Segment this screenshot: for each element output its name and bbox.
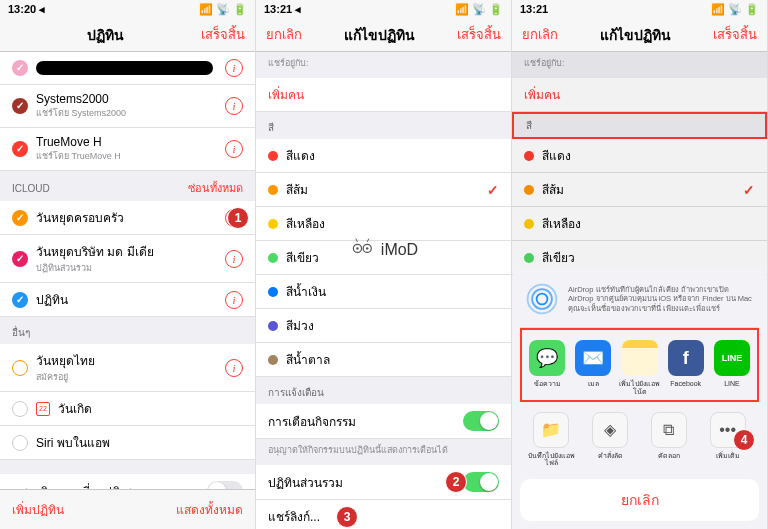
calendar-row[interactable]: วันหยุดครอบครัว i 1 <box>0 201 255 235</box>
edit-content-dimmed: แชร์อยู่กับ: เพิ่มคน สี สีแดง สีส้ม✓ สีเ… <box>512 52 767 529</box>
calendar-sub: แชร์โดย Systems2000 <box>36 106 217 120</box>
nav-bar: ปฏิทิน เสร็จสิ้น <box>0 18 255 52</box>
checkbox-unchecked-icon[interactable] <box>12 435 28 451</box>
status-indicators: 📶 📡 🔋 <box>199 3 247 16</box>
calendar-row[interactable]: 22 วันเกิด <box>0 392 255 426</box>
color-label: สีเขียว <box>542 248 575 267</box>
info-icon[interactable]: i <box>225 140 243 158</box>
info-icon[interactable]: i <box>225 359 243 377</box>
hide-all-button[interactable]: ซ่อนทั้งหมด <box>188 179 243 197</box>
status-bar: 13:20 ◂ 📶 📡 🔋 <box>0 0 255 18</box>
cancel-button[interactable]: ยกเลิก <box>266 24 302 45</box>
calendar-row[interactable]: Systems2000แชร์โดย Systems2000 i <box>0 85 255 128</box>
color-swatch-icon <box>524 253 534 263</box>
app-label: Facebook <box>670 380 701 388</box>
calendar-name: วันเกิด <box>58 399 243 418</box>
calendar-name: วันหยุดบริษัท มด มีเดีย <box>36 242 217 261</box>
done-button[interactable]: เสร็จสิ้น <box>713 24 757 45</box>
share-app-line[interactable]: LINELINE <box>709 340 755 395</box>
done-button[interactable]: เสร็จสิ้น <box>201 24 245 45</box>
airdrop-section[interactable]: AirDrop แชร์ทันทีกับผู้คนใกล้เคียง ถ้าพว… <box>520 275 759 328</box>
checkbox-checked-icon[interactable] <box>12 98 28 114</box>
share-app-messages[interactable]: 💬ข้อความ <box>524 340 570 395</box>
add-person-label: เพิ่มคน <box>524 85 560 104</box>
cancel-button[interactable]: ยกเลิก <box>522 24 558 45</box>
share-app-facebook[interactable]: fFacebook <box>663 340 709 395</box>
color-label: สีน้ำตาล <box>286 350 330 369</box>
info-icon[interactable]: i <box>225 250 243 268</box>
show-all-button[interactable]: แสดงทั้งหมด <box>176 500 243 519</box>
status-indicators: 📶 📡 🔋 <box>455 3 503 16</box>
action-label: คำสั่งลัด <box>598 452 623 460</box>
color-swatch-icon <box>268 321 278 331</box>
color-label: สีส้ม <box>286 180 479 199</box>
app-label: เมล <box>588 380 599 388</box>
annotation-badge-2: 2 <box>445 471 467 493</box>
color-row-purple[interactable]: สีม่วง <box>256 309 511 343</box>
checkbox-checked-icon[interactable] <box>12 141 28 157</box>
calendar-row[interactable]: ปฏิทิน i <box>0 283 255 317</box>
status-time: 13:21 <box>520 3 548 15</box>
color-row-brown[interactable]: สีน้ำตาล <box>256 343 511 377</box>
calendar-row[interactable]: i <box>0 52 255 85</box>
event-alerts-row[interactable]: การเตือนกิจกรรม <box>256 404 511 439</box>
app-label: ข้อความ <box>534 380 561 388</box>
checkbox-checked-icon[interactable] <box>12 60 28 76</box>
color-label: สีส้ม <box>542 180 735 199</box>
share-cancel-button[interactable]: ยกเลิก <box>520 479 759 521</box>
share-actions-row: 📁บันทึกไปยังแอพไฟล์ ◈คำสั่งลัด ⧉คัดลอก •… <box>520 402 759 471</box>
annotation-badge-4: 4 <box>733 429 755 451</box>
checkbox-unchecked-icon[interactable] <box>12 360 28 376</box>
info-icon[interactable]: i <box>225 97 243 115</box>
status-bar: 13:21 📶 📡 🔋 <box>512 0 767 18</box>
share-app-mail[interactable]: ✉️เมล <box>570 340 616 395</box>
app-label: LINE <box>724 380 740 388</box>
nav-bar: ยกเลิก แก้ไขปฏิทิน เสร็จสิ้น <box>256 18 511 52</box>
checkbox-checked-icon[interactable] <box>12 210 28 226</box>
checkbox-checked-icon[interactable] <box>12 292 28 308</box>
color-row-orange[interactable]: สีส้ม✓ <box>256 173 511 207</box>
calendar-name: วันหยุดครอบครัว <box>36 208 217 227</box>
checkbox-unchecked-icon[interactable] <box>12 401 28 417</box>
toggle-switch[interactable] <box>463 411 499 431</box>
toggle-switch[interactable] <box>463 472 499 492</box>
calendar-row[interactable]: TrueMove Hแชร์โดย TrueMove H i <box>0 128 255 171</box>
airdrop-icon <box>524 281 560 317</box>
color-swatch-icon <box>268 185 278 195</box>
add-person-row[interactable]: เพิ่มคน <box>256 78 511 112</box>
color-row-yellow[interactable]: สีเหลือง <box>256 207 511 241</box>
info-icon[interactable]: i <box>225 59 243 77</box>
color-row-yellow: สีเหลือง <box>512 207 767 241</box>
calendar-sub: สมัครอยู่ <box>36 370 217 384</box>
color-row-red: สีแดง <box>512 139 767 173</box>
notes-icon <box>622 340 658 376</box>
calendar-name: ปฏิทิน <box>36 290 217 309</box>
airdrop-text: AirDrop แชร์ทันทีกับผู้คนใกล้เคียง ถ้าพว… <box>568 285 755 314</box>
action-shortcuts[interactable]: ◈คำสั่งลัด <box>581 412 640 467</box>
share-app-notes[interactable]: เพิ่มไปยังแอพโน้ต <box>616 340 662 395</box>
line-icon: LINE <box>714 340 750 376</box>
public-calendar-row[interactable]: ปฏิทินส่วนรวม 2 <box>256 465 511 500</box>
action-save-files[interactable]: 📁บันทึกไปยังแอพไฟล์ <box>522 412 581 467</box>
done-button[interactable]: เสร็จสิ้น <box>457 24 501 45</box>
checkbox-checked-icon[interactable] <box>12 251 28 267</box>
alerts-note: อนุญาตให้กิจกรรมบนปฏิทินนี้แสดงการเตือนไ… <box>256 439 511 465</box>
nav-title: แก้ไขปฏิทิน <box>344 24 415 46</box>
color-row-red[interactable]: สีแดง <box>256 139 511 173</box>
calendar-row[interactable]: วันหยุดไทยสมัครอยู่ i <box>0 344 255 392</box>
action-label: คัดลอก <box>658 452 680 460</box>
calendar-row[interactable]: วันหยุดบริษัท มด มีเดียปฏิทินส่วนรวม i <box>0 235 255 283</box>
share-apps-row: 💬ข้อความ ✉️เมล เพิ่มไปยังแอพโน้ต fFacebo… <box>520 328 759 401</box>
color-label: สีม่วง <box>286 316 314 335</box>
folder-icon: 📁 <box>533 412 569 448</box>
info-icon[interactable]: i <box>225 291 243 309</box>
share-link-row[interactable]: แชร์ลิงก์... 3 <box>256 500 511 529</box>
color-label: สีน้ำเงิน <box>286 282 326 301</box>
action-copy[interactable]: ⧉คัดลอก <box>640 412 699 467</box>
color-label: สีเขียว <box>286 248 319 267</box>
color-row-blue[interactable]: สีน้ำเงิน <box>256 275 511 309</box>
calendar-row[interactable]: Siri พบในแอพ <box>0 426 255 460</box>
color-row-green[interactable]: สีเขียว <box>256 241 511 275</box>
add-calendar-button[interactable]: เพิ่มปฏิทิน <box>12 500 64 519</box>
action-label: บันทึกไปยังแอพไฟล์ <box>522 452 581 467</box>
